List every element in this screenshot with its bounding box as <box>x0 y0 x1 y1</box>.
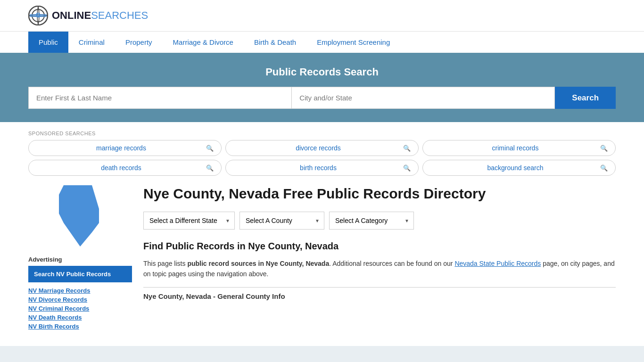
sidebar-link-criminal[interactable]: NV Criminal Records <box>28 305 132 312</box>
sponsored-item-marriage[interactable]: marriage records 🔍 <box>28 140 222 156</box>
svg-text:G: G <box>36 11 41 19</box>
desc-pre: This page lists <box>143 260 187 267</box>
desc-mid: . Additional resources can be found on o… <box>329 260 454 267</box>
sponsored-item-death[interactable]: death records 🔍 <box>28 160 222 176</box>
sponsored-item-divorce[interactable]: divorce records 🔍 <box>225 140 419 156</box>
search-icon-background: 🔍 <box>600 165 608 172</box>
category-dropdown[interactable]: Select A Category <box>329 212 414 230</box>
sponsored-link-divorce: divorce records <box>233 144 403 152</box>
nav-item-criminal[interactable]: Criminal <box>68 32 115 53</box>
page-content: Nye County, Nevada Free Public Records D… <box>143 185 616 332</box>
nevada-map-svg <box>54 185 106 247</box>
logo-searches-text: SEARCHES <box>91 9 148 22</box>
sponsored-item-criminal[interactable]: criminal records 🔍 <box>422 140 616 156</box>
search-icon-divorce: 🔍 <box>403 145 411 152</box>
page-title: Nye County, Nevada Free Public Records D… <box>143 185 616 202</box>
content-area: Advertising Search NV Public Records NV … <box>28 185 616 332</box>
desc-link[interactable]: Nevada State Public Records <box>454 260 541 267</box>
county-dropdown[interactable]: Select A County <box>239 212 324 230</box>
search-banner-title: Public Records Search <box>28 66 616 78</box>
sponsored-link-criminal: criminal records <box>430 144 600 152</box>
svg-marker-4 <box>59 185 99 247</box>
state-dropdown[interactable]: Select a Different State <box>143 212 235 230</box>
name-input[interactable] <box>28 87 291 109</box>
sidebar-link-birth[interactable]: NV Birth Records <box>28 323 132 330</box>
sponsored-item-background[interactable]: background search 🔍 <box>422 160 616 176</box>
category-dropdown-wrapper: Select A Category <box>329 212 414 230</box>
state-map <box>28 185 132 247</box>
nav-item-marriage-divorce[interactable]: Marriage & Divorce <box>163 32 244 53</box>
nav-item-public[interactable]: Public <box>28 32 68 53</box>
advertising-label: Advertising <box>28 256 132 263</box>
logo[interactable]: G ONLINE SEARCHES <box>28 6 148 25</box>
sidebar-link-death[interactable]: NV Death Records <box>28 314 132 321</box>
search-icon-birth: 🔍 <box>403 165 411 172</box>
logo-text: ONLINE SEARCHES <box>52 9 148 22</box>
main-nav: Public Criminal Property Marriage & Divo… <box>0 31 644 53</box>
sponsored-link-marriage: marriage records <box>36 144 206 152</box>
state-dropdown-wrapper: Select a Different State <box>143 212 235 230</box>
nav-item-property[interactable]: Property <box>115 32 163 53</box>
sponsored-grid: marriage records 🔍 divorce records 🔍 cri… <box>28 140 616 176</box>
sponsored-item-birth[interactable]: birth records 🔍 <box>225 160 419 176</box>
logo-icon: G <box>28 6 48 25</box>
city-input[interactable] <box>291 87 555 109</box>
sidebar-ad-box[interactable]: Search NV Public Records <box>28 266 132 282</box>
search-form: Search <box>28 87 616 109</box>
search-button[interactable]: Search <box>555 87 616 109</box>
sidebar-link-divorce[interactable]: NV Divorce Records <box>28 296 132 303</box>
header: G ONLINE SEARCHES <box>0 0 644 31</box>
search-icon-death: 🔍 <box>206 165 214 172</box>
dropdowns-row: Select a Different State Select A County… <box>143 212 616 230</box>
logo-online-text: ONLINE <box>52 9 91 22</box>
nav-item-birth-death[interactable]: Birth & Death <box>244 32 306 53</box>
search-banner: Public Records Search Search <box>0 53 644 122</box>
description-text: This page lists public record sources in… <box>143 258 616 280</box>
sponsored-link-birth: birth records <box>233 164 403 172</box>
search-icon-criminal: 🔍 <box>600 145 608 152</box>
sponsored-label: SPONSORED SEARCHES <box>28 131 616 136</box>
sponsored-link-background: background search <box>430 164 600 172</box>
desc-bold: public record sources in Nye County, Nev… <box>187 260 329 267</box>
search-icon-marriage: 🔍 <box>206 145 214 152</box>
sidebar-link-marriage[interactable]: NV Marriage Records <box>28 287 132 294</box>
sponsored-link-death: death records <box>36 164 206 172</box>
sidebar: Advertising Search NV Public Records NV … <box>28 185 132 332</box>
main-content: SPONSORED SEARCHES marriage records 🔍 di… <box>0 122 644 346</box>
nav-item-employment[interactable]: Employment Screening <box>306 32 400 53</box>
find-records-title: Find Public Records in Nye County, Nevad… <box>143 241 616 252</box>
general-info-title: Nye County, Nevada - General County Info <box>143 292 616 300</box>
divider <box>143 287 616 288</box>
county-dropdown-wrapper: Select A County <box>239 212 324 230</box>
